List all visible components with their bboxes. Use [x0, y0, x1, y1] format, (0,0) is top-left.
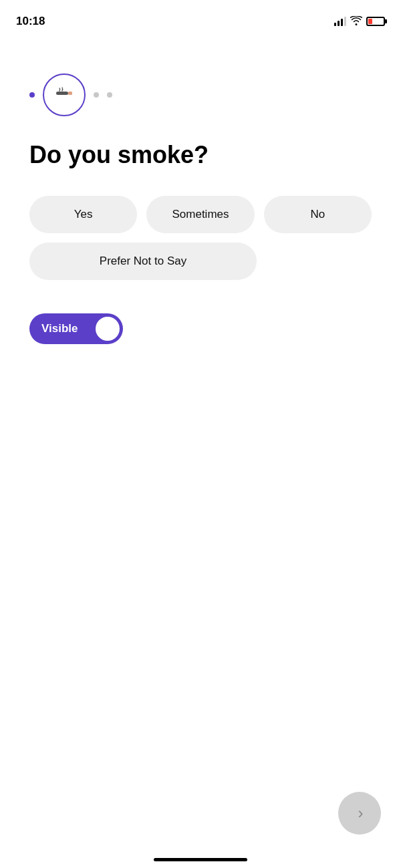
- progress-dot-inactive-2: [107, 92, 112, 98]
- answers-row-2: Prefer Not to Say: [29, 243, 372, 280]
- cigarette-icon: [55, 86, 74, 104]
- toggle-thumb: [96, 317, 120, 341]
- answer-sometimes-button[interactable]: Sometimes: [146, 196, 254, 233]
- svg-rect-0: [56, 92, 68, 95]
- status-icons: [334, 16, 385, 27]
- battery-icon: [366, 17, 385, 26]
- toggle-label: Visible: [41, 322, 90, 335]
- status-time: 10:18: [16, 15, 45, 28]
- progress-dot-inactive-1: [94, 92, 99, 98]
- visible-toggle-container: Visible: [29, 313, 372, 344]
- answers-row-1: Yes Sometimes No: [29, 196, 372, 233]
- answer-prefer-not-button[interactable]: Prefer Not to Say: [29, 243, 257, 280]
- step-icon-circle: [43, 74, 86, 116]
- progress-indicator: [29, 74, 372, 116]
- wifi-icon: [350, 16, 362, 27]
- question-title: Do you smoke?: [29, 140, 372, 169]
- next-button[interactable]: ›: [338, 792, 381, 835]
- chevron-right-icon: ›: [358, 804, 364, 823]
- answer-yes-button[interactable]: Yes: [29, 196, 137, 233]
- status-bar: 10:18: [0, 0, 401, 33]
- main-content: Do you smoke? Yes Sometimes No Prefer No…: [0, 33, 401, 344]
- progress-dot-filled: [29, 92, 35, 98]
- visible-toggle[interactable]: Visible: [29, 313, 123, 344]
- answer-no-button[interactable]: No: [264, 196, 372, 233]
- home-indicator: [154, 858, 247, 861]
- svg-rect-1: [68, 92, 72, 95]
- signal-icon: [334, 17, 346, 26]
- answers-grid: Yes Sometimes No Prefer Not to Say: [29, 196, 372, 280]
